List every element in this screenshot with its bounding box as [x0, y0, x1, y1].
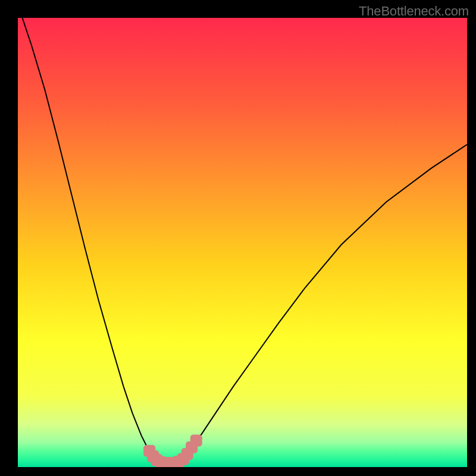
watermark-text: TheBottleneck.com: [359, 4, 469, 19]
chart-root: TheBottleneck.com: [0, 0, 476, 476]
plot-area: [18, 18, 467, 467]
marker-group: [144, 435, 202, 467]
data-marker: [190, 435, 202, 446]
chart-overlay: [18, 18, 467, 467]
bottleneck-curve: [18, 18, 467, 462]
